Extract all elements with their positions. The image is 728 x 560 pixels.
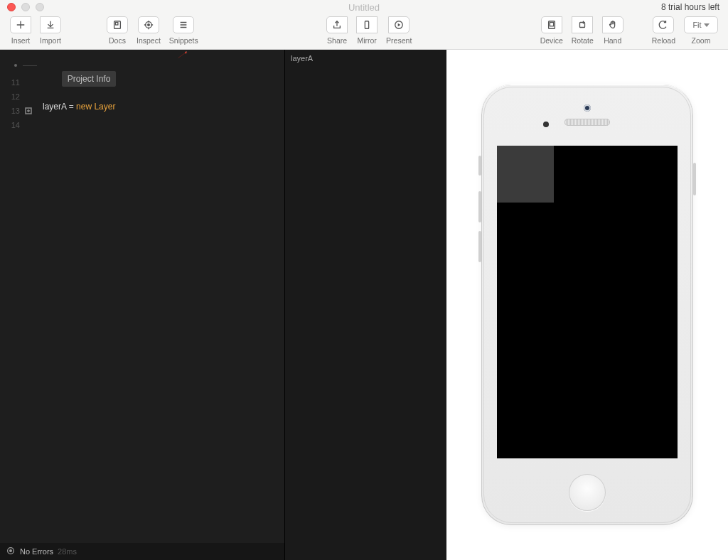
target-icon bbox=[6, 546, 16, 557]
present-button[interactable]: Present bbox=[382, 16, 416, 45]
window-controls bbox=[0, 3, 44, 11]
editor-gutter: 11 12 13 14 bbox=[0, 50, 40, 560]
list-icon bbox=[173, 16, 194, 33]
rotate-icon bbox=[572, 16, 593, 33]
device-frame bbox=[481, 85, 693, 525]
device-icon bbox=[541, 16, 562, 33]
zoom-window-button[interactable] bbox=[36, 3, 44, 11]
layer-tree[interactable]: layerA bbox=[284, 50, 446, 560]
hand-icon bbox=[602, 16, 623, 33]
docs-label: Docs bbox=[109, 36, 126, 45]
code-editor[interactable]: 11 12 13 14 Project Info layerA = new La… bbox=[0, 50, 284, 560]
close-window-button[interactable] bbox=[7, 3, 16, 11]
snippets-button[interactable]: Snippets bbox=[165, 16, 203, 45]
phone-volume-up bbox=[478, 191, 481, 222]
snippets-label: Snippets bbox=[169, 36, 198, 45]
inspect-label: Inspect bbox=[136, 36, 161, 45]
phone-volume-down bbox=[478, 231, 481, 262]
insert-label: Insert bbox=[11, 36, 30, 45]
fold-icon[interactable] bbox=[24, 107, 33, 115]
phone-camera bbox=[584, 104, 591, 112]
device-screen[interactable] bbox=[497, 146, 678, 458]
hand-label: Hand bbox=[604, 36, 621, 45]
phone-lock-button bbox=[693, 163, 696, 195]
token-keyword: new bbox=[76, 102, 94, 112]
status-text: No Errors bbox=[20, 547, 53, 556]
rotate-button[interactable]: Rotate bbox=[567, 16, 598, 45]
workspace: 11 12 13 14 Project Info layerA = new La… bbox=[0, 50, 728, 560]
crosshair-icon bbox=[138, 16, 159, 33]
share-icon bbox=[326, 16, 348, 33]
phone-home-button bbox=[569, 474, 606, 511]
reload-label: Reload bbox=[652, 36, 675, 45]
token-operator: = bbox=[66, 102, 76, 112]
download-icon bbox=[40, 16, 61, 33]
titlebar: Untitled 8 trial hours left bbox=[0, 0, 728, 14]
play-icon bbox=[388, 16, 410, 33]
window-title: Untitled bbox=[348, 2, 380, 13]
token-variable: layerA bbox=[43, 102, 66, 112]
share-label: Share bbox=[327, 36, 347, 45]
inspect-button[interactable]: Inspect bbox=[132, 16, 165, 45]
code-line-13[interactable]: layerA = new Layer bbox=[43, 99, 284, 114]
reload-icon bbox=[653, 16, 674, 33]
layer-tree-item[interactable]: layerA bbox=[291, 54, 313, 63]
device-button[interactable]: Device bbox=[536, 16, 567, 45]
line-number: 12 bbox=[0, 92, 20, 101]
gutter-marker bbox=[14, 64, 17, 67]
zoom-value[interactable]: Fit bbox=[684, 16, 718, 33]
rotate-label: Rotate bbox=[572, 36, 594, 45]
toolbar: Insert Import Docs Inspect Snippets Shar… bbox=[0, 14, 728, 50]
token-class: Layer bbox=[94, 102, 115, 112]
line-number: 13 bbox=[0, 107, 20, 115]
zoom-label: Zoom bbox=[692, 36, 711, 45]
status-bar: No Errors 28ms bbox=[0, 543, 284, 560]
plus-icon bbox=[10, 16, 31, 33]
reload-button[interactable]: Reload bbox=[648, 16, 680, 45]
insert-button[interactable]: Insert bbox=[6, 16, 36, 45]
phone-sensor bbox=[543, 122, 549, 127]
mirror-label: Mirror bbox=[357, 36, 376, 45]
minimize-window-button[interactable] bbox=[21, 3, 30, 11]
code-area[interactable]: Project Info layerA = new Layer bbox=[43, 50, 284, 114]
preview-pane bbox=[446, 50, 728, 560]
trial-notice: 8 trial hours left bbox=[661, 2, 719, 12]
import-label: Import bbox=[40, 36, 61, 45]
preview-layerA[interactable] bbox=[497, 146, 554, 203]
zoom-dropdown[interactable]: Fit Zoom bbox=[680, 16, 722, 45]
svg-rect-1 bbox=[115, 23, 118, 26]
status-time: 28ms bbox=[58, 547, 77, 556]
svg-rect-4 bbox=[365, 21, 368, 29]
phone-mute-switch bbox=[478, 156, 481, 176]
docs-icon bbox=[107, 16, 128, 33]
mirror-button[interactable]: Mirror bbox=[352, 16, 382, 45]
share-button[interactable]: Share bbox=[322, 16, 352, 45]
svg-point-11 bbox=[10, 550, 12, 552]
svg-point-3 bbox=[148, 24, 150, 26]
hand-button[interactable]: Hand bbox=[598, 16, 628, 45]
svg-rect-7 bbox=[550, 23, 553, 26]
line-number: 11 bbox=[0, 78, 20, 87]
line-number: 14 bbox=[0, 121, 20, 129]
phone-speaker bbox=[564, 119, 610, 126]
project-info-badge[interactable]: Project Info bbox=[62, 71, 117, 87]
mirror-icon bbox=[356, 16, 378, 33]
device-label: Device bbox=[540, 36, 563, 45]
import-button[interactable]: Import bbox=[36, 16, 65, 45]
present-label: Present bbox=[386, 36, 412, 45]
docs-button[interactable]: Docs bbox=[102, 16, 132, 45]
